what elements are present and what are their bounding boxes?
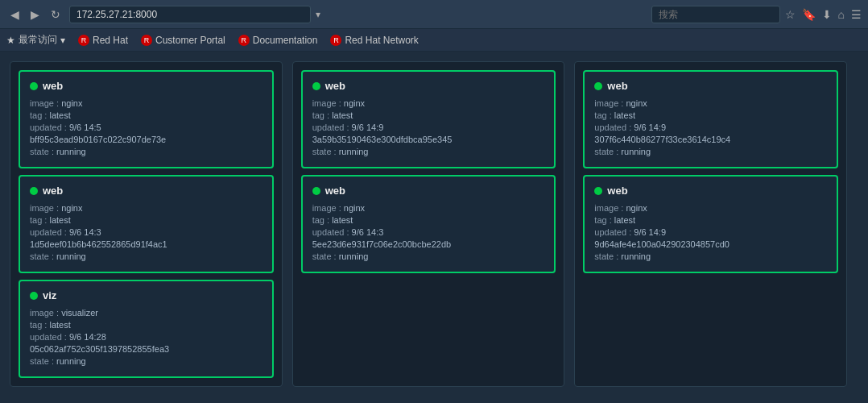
card-title: viz: [30, 289, 262, 301]
card-name: web: [43, 80, 63, 92]
bookmark-redhat[interactable]: R Red Hat: [78, 35, 128, 46]
card-updated: updated : 9/6 14:3: [312, 227, 545, 237]
menu-icon[interactable]: ☰: [851, 8, 862, 21]
search-input[interactable]: [651, 6, 780, 23]
card-id: 3a59b35190463e300dfdbca95e345: [312, 135, 545, 144]
card-image: image : nginx: [594, 203, 827, 213]
service-card[interactable]: web image : nginx tag : latest updated :…: [19, 70, 274, 168]
column-2: web image : nginx tag : latest updated :…: [574, 61, 847, 387]
card-tag: tag : latest: [594, 215, 827, 225]
chevron-down-icon: ▾: [60, 35, 65, 46]
card-image: image : nginx: [594, 98, 827, 108]
card-state: state : running: [594, 251, 827, 261]
bookmark-customer-portal-label: Customer Portal: [155, 35, 225, 46]
card-id: 1d5deef01b6b462552865d91f4ac1: [30, 239, 262, 249]
bookmark-frequent-label: 最常访问: [19, 33, 57, 47]
card-id: bff95c3ead9b0167c022c907de73e: [30, 135, 262, 144]
card-updated: updated : 9/6 14:9: [594, 123, 827, 132]
bookmark-documentation-label: Documentation: [253, 35, 318, 46]
home-icon[interactable]: ⌂: [838, 8, 845, 21]
redhat-network-icon: R: [330, 35, 341, 46]
service-card[interactable]: web image : nginx tag : latest updated :…: [301, 175, 556, 273]
bookmark-documentation[interactable]: R Documentation: [238, 35, 318, 46]
status-dot: [30, 292, 38, 300]
card-title: web: [594, 80, 827, 92]
service-card[interactable]: viz image : visualizer tag : latest upda…: [19, 280, 274, 378]
main-content: web image : nginx tag : latest updated :…: [0, 52, 868, 403]
card-image: image : visualizer: [30, 308, 262, 318]
card-tag: tag : latest: [30, 320, 262, 330]
card-tag: tag : latest: [312, 215, 545, 225]
card-image: image : nginx: [30, 98, 262, 108]
status-dot: [30, 187, 38, 195]
bookmark-icon[interactable]: 🔖: [802, 8, 816, 21]
customer-portal-icon: R: [141, 35, 152, 46]
card-title: web: [312, 80, 545, 92]
column-1: web image : nginx tag : latest updated :…: [292, 61, 565, 387]
card-state: state : running: [594, 147, 827, 156]
card-state: state : running: [30, 147, 262, 156]
nav-buttons: ◀ ▶ ↻: [6, 6, 64, 23]
card-state: state : running: [30, 356, 262, 366]
card-image: image : nginx: [30, 203, 262, 213]
card-name: viz: [43, 289, 56, 301]
card-title: web: [312, 185, 545, 197]
card-id: 9d64afe4e100a042902304857cd0: [594, 239, 827, 249]
forward-button[interactable]: ▶: [27, 6, 43, 23]
star-icon[interactable]: ☆: [785, 8, 796, 21]
card-updated: updated : 9/6 14:9: [312, 123, 545, 132]
toolbar-icons: ☆ 🔖 ⬇ ⌂ ☰: [785, 8, 862, 21]
dropdown-arrow-icon: ▾: [316, 9, 320, 20]
card-id: 307f6c440b86277f33ce3614c19c4: [594, 135, 827, 144]
card-updated: updated : 9/6 14:3: [30, 227, 262, 237]
refresh-button[interactable]: ↻: [47, 6, 64, 23]
status-dot: [312, 187, 320, 195]
service-card[interactable]: web image : nginx tag : latest updated :…: [583, 70, 838, 168]
bookmark-customer-portal[interactable]: R Customer Portal: [141, 35, 225, 46]
card-tag: tag : latest: [312, 110, 545, 120]
card-name: web: [43, 185, 63, 197]
card-title: web: [30, 185, 262, 197]
card-image: image : nginx: [312, 203, 545, 213]
status-dot: [30, 82, 38, 90]
card-updated: updated : 9/6 14:9: [594, 227, 827, 237]
card-name: web: [325, 80, 345, 92]
card-name: web: [607, 80, 627, 92]
star-icon: ★: [6, 35, 15, 46]
card-name: web: [607, 185, 627, 197]
card-title: web: [594, 185, 827, 197]
card-tag: tag : latest: [594, 110, 827, 120]
card-updated: updated : 9/6 14:28: [30, 332, 262, 342]
bookmark-redhat-label: Red Hat: [93, 35, 128, 46]
card-title: web: [30, 80, 262, 92]
card-image: image : nginx: [312, 98, 545, 108]
service-card[interactable]: web image : nginx tag : latest updated :…: [301, 70, 556, 168]
card-name: web: [325, 185, 345, 197]
status-dot: [312, 82, 320, 90]
back-button[interactable]: ◀: [6, 6, 23, 23]
bookmarks-bar: ★ 最常访问 ▾ R Red Hat R Customer Portal R D…: [0, 29, 868, 52]
status-dot: [594, 82, 602, 90]
card-tag: tag : latest: [30, 215, 262, 225]
status-dot: [594, 187, 602, 195]
container-grid: web image : nginx tag : latest updated :…: [10, 61, 847, 387]
bookmark-redhat-network[interactable]: R Red Hat Network: [330, 35, 418, 46]
documentation-icon: R: [238, 35, 250, 46]
service-card[interactable]: web image : nginx tag : latest updated :…: [19, 175, 274, 273]
card-state: state : running: [312, 147, 545, 156]
address-bar[interactable]: [69, 6, 311, 23]
bookmark-frequent[interactable]: ★ 最常访问 ▾: [6, 33, 65, 47]
redhat-icon: R: [78, 35, 89, 46]
card-state: state : running: [30, 251, 262, 261]
bookmark-redhat-network-label: Red Hat Network: [345, 35, 418, 46]
column-0: web image : nginx tag : latest updated :…: [10, 61, 283, 387]
card-updated: updated : 9/6 14:5: [30, 123, 262, 132]
download-icon[interactable]: ⬇: [822, 8, 832, 21]
card-id: 5ee23d6e931f7c06e2c00bcbe22db: [312, 239, 545, 249]
card-tag: tag : latest: [30, 110, 262, 120]
card-id: 05c062af752c305f1397852855fea3: [30, 344, 262, 354]
browser-toolbar: ◀ ▶ ↻ ▾ ☆ 🔖 ⬇ ⌂ ☰: [0, 0, 868, 29]
card-state: state : running: [312, 251, 545, 261]
service-card[interactable]: web image : nginx tag : latest updated :…: [583, 175, 838, 273]
